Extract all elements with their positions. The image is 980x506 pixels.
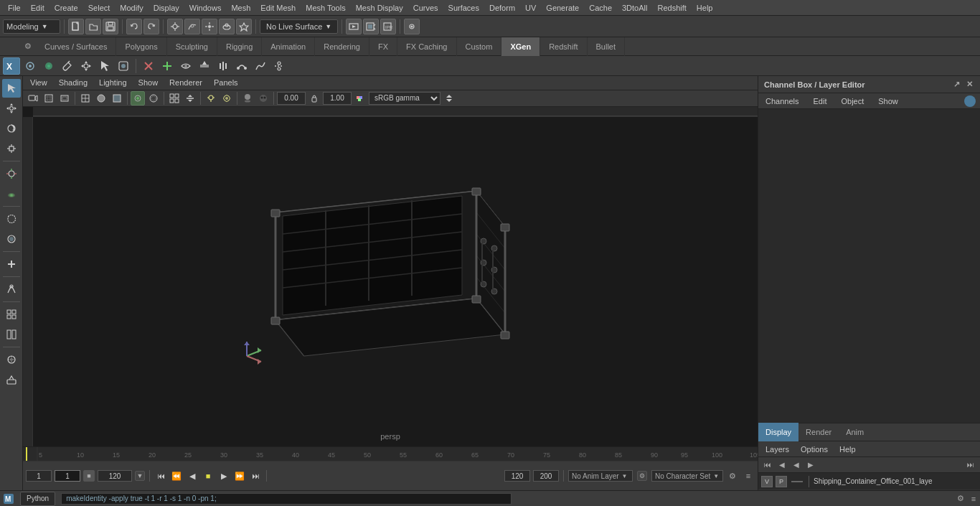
paint-select-btn[interactable] [2,230,21,248]
menu-surfaces[interactable]: Surfaces [443,2,484,14]
layout-multi-btn[interactable] [2,305,21,324]
tab-fx[interactable]: FX [369,37,397,56]
layer-menu-layers[interactable]: Layers [763,444,792,455]
light-btn1[interactable] [204,91,218,106]
frame-range-btn[interactable]: ▼ [135,471,145,481]
snap-point-btn[interactable] [202,19,217,34]
xgen-mod3-btn[interactable] [233,57,250,75]
tab-rendering[interactable]: Rendering [315,37,369,56]
xgen-mod4-btn[interactable] [252,57,269,75]
menu-modify[interactable]: Modify [115,2,148,14]
menu-cache[interactable]: Cache [584,2,617,14]
viewport-canvas[interactable]: persp [23,107,758,446]
shadow-btn[interactable] [240,91,255,106]
vp-extra2[interactable] [183,91,197,106]
step-back-btn[interactable]: ⏪ [170,469,183,482]
menu-display[interactable]: Display [149,2,184,14]
go-end-btn[interactable]: ⏭ [249,469,262,482]
tab-rigging[interactable]: Rigging [217,37,262,56]
xgen-mod5-btn[interactable] [270,57,288,75]
xgen-mod1-btn[interactable] [196,57,213,75]
step-fwd-btn[interactable]: ⏩ [233,469,246,482]
display-tab-render[interactable]: Render [798,423,839,441]
snap-surface-btn[interactable] [219,19,235,34]
snap-grid-btn[interactable] [167,19,183,34]
char-set-dropdown[interactable]: No Character Set ▼ [651,470,723,482]
menu-redshift[interactable]: Redshift [652,2,691,14]
scale-tool-btn[interactable] [2,139,21,158]
vp-menu-panels[interactable]: Panels [209,77,242,88]
play-fwd-btn[interactable]: ▶ [217,469,230,482]
menu-mesh-tools[interactable]: Mesh Tools [301,2,350,14]
layer-step-back-btn[interactable]: ◀ [776,459,788,472]
tab-sculpting[interactable]: Sculpting [167,37,217,56]
tab-animation[interactable]: Animation [262,37,315,56]
universal-manip-btn[interactable] [2,164,21,183]
menu-edit[interactable]: Edit [26,2,50,14]
xray-btn[interactable] [146,91,161,106]
python-toggle-btn[interactable]: Python [20,492,55,506]
tab-settings-btn[interactable]: ⚙ [20,39,36,55]
ch-menu-edit[interactable]: Edit [810,95,829,107]
menu-help[interactable]: Help [692,2,718,14]
current-frame-field[interactable] [55,470,80,482]
anim-layer-btn[interactable]: ⚙ [637,471,647,481]
snap-all-btn[interactable] [2,350,21,369]
render-settings-btn[interactable] [404,19,420,34]
layout-grid-btn[interactable] [2,325,21,344]
soft-select-btn[interactable] [2,184,21,203]
make-live-btn[interactable] [236,19,252,34]
playback-end-field[interactable] [504,470,530,482]
undo-btn[interactable] [126,19,142,34]
range-end-field[interactable] [533,470,559,482]
display-tab-anim[interactable]: Anim [839,423,871,441]
menu-curves[interactable]: Curves [408,2,443,14]
layer-new-btn[interactable]: ◀ [790,459,803,472]
play-back-btn[interactable]: ◀ [186,469,199,482]
anim-layer-dropdown[interactable]: No Anim Layer ▼ [568,470,633,482]
isolate-select-btn[interactable] [131,91,145,106]
camera-resolution-btn[interactable] [42,91,56,106]
focal-length-field[interactable] [323,92,352,105]
vp-extra1[interactable] [167,91,182,106]
mode-dropdown[interactable]: Modeling ▼ [3,19,60,34]
menu-windows[interactable]: Windows [184,2,227,14]
textured-btn[interactable] [110,91,124,106]
timeline-settings-btn[interactable]: ⚙ [726,469,739,482]
camera-lock-btn[interactable] [307,91,321,106]
open-file-btn[interactable] [85,19,101,34]
tab-bullet[interactable]: Bullet [588,37,626,56]
menu-3dtall[interactable]: 3DtoAll [617,2,652,14]
menu-deform[interactable]: Deform [484,2,520,14]
ch-menu-show[interactable]: Show [875,95,901,107]
display-tab-display[interactable]: Display [758,423,798,441]
color-mode-btn[interactable] [353,91,367,106]
camera-select-btn[interactable] [26,91,40,106]
xgen-mod2-btn[interactable] [215,57,232,75]
sculpt-btn[interactable] [2,280,21,299]
snap-curve-btn[interactable] [184,19,200,34]
tab-curves-surfaces[interactable]: Curves / Surfaces [36,37,116,56]
panel-close-btn[interactable]: ✕ [964,80,974,90]
menu-mesh-display[interactable]: Mesh Display [351,2,408,14]
ch-menu-channels[interactable]: Channels [763,95,801,107]
menu-uv[interactable]: UV [520,2,541,14]
xgen-toggle2-btn[interactable] [40,57,57,75]
redo-btn[interactable] [143,19,159,34]
timeline-ruler[interactable]: 5 10 15 20 25 30 35 40 45 50 55 60 65 70 [23,447,758,462]
timeline-extra-btn[interactable]: ≡ [742,469,755,482]
rotate-tool-btn[interactable] [2,119,21,138]
status-icon2[interactable]: ≡ [967,492,980,505]
light-btn2[interactable] [220,91,234,106]
tab-custom[interactable]: Custom [457,37,502,56]
no-live-surface[interactable]: No Live Surface ▼ [260,19,338,34]
vp-menu-renderer[interactable]: Renderer [165,77,207,88]
menu-edit-mesh[interactable]: Edit Mesh [255,2,301,14]
tab-fx-caching[interactable]: FX Caching [397,37,456,56]
ao-btn[interactable] [256,91,270,106]
xgen-move-btn[interactable] [77,57,95,75]
snap-component-btn[interactable] [2,370,21,389]
vp-menu-lighting[interactable]: Lighting [95,77,131,88]
shaded-btn[interactable] [94,91,108,106]
layer-menu-options[interactable]: Options [798,444,831,455]
